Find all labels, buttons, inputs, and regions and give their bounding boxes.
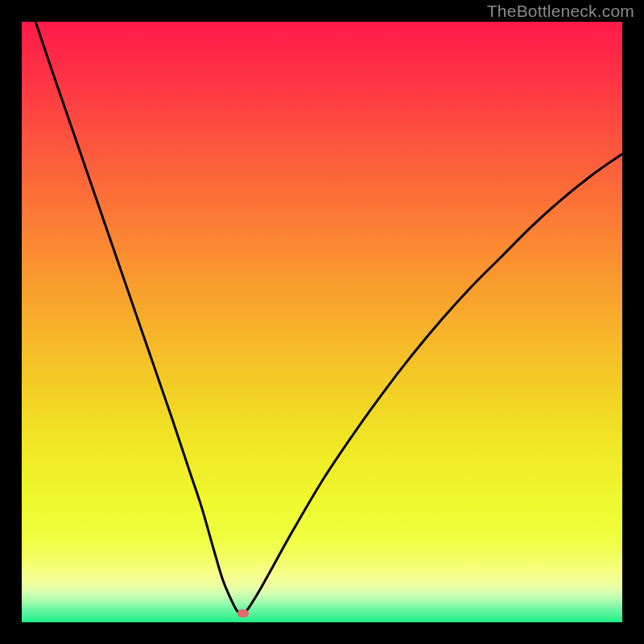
plot-svg <box>22 22 622 622</box>
optimum-marker <box>237 609 249 617</box>
watermark-text: TheBottleneck.com <box>487 2 634 21</box>
gradient-bg <box>22 22 622 622</box>
plot-area <box>22 22 622 622</box>
chart-frame: TheBottleneck.com <box>0 0 644 644</box>
